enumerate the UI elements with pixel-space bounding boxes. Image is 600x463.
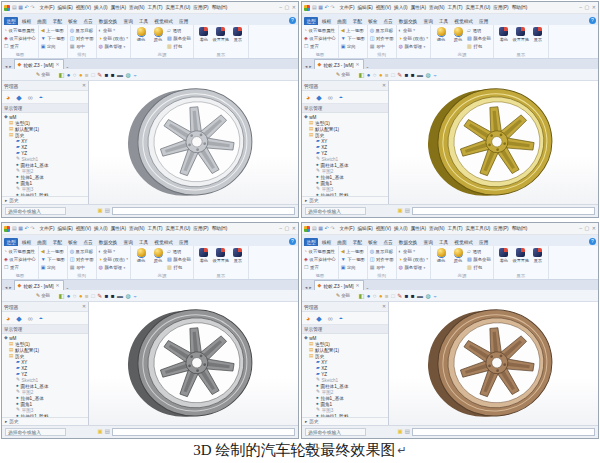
qat-icon[interactable] (12, 226, 17, 231)
ribbon-item[interactable]: 透明 (467, 27, 491, 34)
qat-icon[interactable] (330, 5, 334, 10)
status-icon[interactable] (398, 429, 403, 435)
ribbon-large-item[interactable]: 显示 (530, 247, 546, 272)
ribbon-item[interactable]: 下一视图 (41, 35, 65, 42)
view-toolbar-icon[interactable] (397, 72, 402, 78)
ribbon-item[interactable]: 打包 (467, 264, 491, 271)
ribbon-tab[interactable]: 装配 (350, 238, 364, 246)
manager-tab-icon[interactable] (306, 94, 310, 101)
manager-tab-icon[interactable] (328, 94, 333, 101)
panel-bottom-item[interactable]: ▸ 历史 (302, 196, 388, 204)
menu-item[interactable]: 工具(T) (447, 5, 462, 10)
panel-close-icon[interactable]: ✕ (82, 83, 86, 88)
view-toolbar-icon[interactable] (133, 72, 137, 78)
ribbon-item[interactable]: 居中 (370, 264, 394, 271)
ribbon-tab[interactable]: 数据交换 (396, 238, 420, 246)
ribbon-tab[interactable]: 点云 (81, 238, 95, 246)
menu-item[interactable]: 属性(A) (111, 5, 126, 10)
menu-item[interactable]: 应用(P) (193, 226, 208, 231)
ribbon-item[interactable]: 上一视图 (341, 27, 365, 34)
ribbon-item[interactable]: 设置视图属性 (304, 248, 336, 255)
menu-item[interactable]: 工具(T) (147, 5, 162, 10)
ribbon-tab[interactable]: 点云 (81, 17, 95, 25)
ribbon-item[interactable]: 透明 (467, 248, 491, 255)
ribbon-large-item[interactable]: 调色 (433, 247, 449, 272)
menu-item[interactable]: 文件(F) (39, 5, 54, 10)
ribbon-tab[interactable]: 装配 (350, 17, 364, 25)
view-toolbar-icon[interactable] (358, 72, 364, 78)
window-control-icon[interactable]: ✕ (292, 5, 296, 10)
view-toolbar-icon[interactable] (411, 72, 415, 78)
help-button[interactable]: ? (589, 17, 596, 24)
ribbon-large-item[interactable]: 设置置换 (513, 247, 529, 272)
status-icon[interactable] (98, 208, 103, 214)
ribbon-tab[interactable]: 工具 (136, 238, 150, 246)
ribbon-tab[interactable]: 应用 (177, 17, 191, 25)
menu-item[interactable]: 查询(N) (429, 226, 445, 231)
view-toolbar-icon[interactable] (426, 293, 431, 299)
command-input[interactable] (412, 428, 595, 436)
ribbon-tab[interactable]: 查询 (121, 17, 135, 25)
qat-icon[interactable] (312, 5, 317, 10)
menu-item[interactable]: 帮助(H) (512, 5, 528, 10)
manager-tab-icon[interactable] (316, 94, 321, 101)
document-tab[interactable]: 轮毂.Z3 - [wM] ✕ (14, 280, 64, 290)
manager-tab-icon[interactable] (316, 315, 321, 322)
view-toolbar-icon[interactable] (91, 293, 95, 299)
view-toolbar-icon[interactable] (379, 293, 383, 299)
qat-icon[interactable] (24, 5, 28, 10)
view-toolbar-icon[interactable] (433, 72, 437, 78)
ribbon-item[interactable]: 颜色管理▾ (99, 43, 129, 50)
menu-item[interactable]: 编辑(E) (357, 5, 372, 10)
ribbon-item[interactable]: 显示目标 (370, 27, 394, 34)
ribbon-item[interactable]: 下一视图 (341, 256, 365, 263)
document-tab[interactable]: 轮毂.Z3 - [wM] ✕ (14, 59, 64, 69)
ribbon-item[interactable]: 全部 (双击)▾ (99, 256, 129, 263)
ribbon-tab[interactable]: 点云 (381, 238, 395, 246)
manager-tab-icon[interactable] (28, 94, 33, 101)
ribbon-tab[interactable]: 视觉样式 (452, 17, 476, 25)
ribbon-tab[interactable]: 装配 (50, 238, 64, 246)
view-toolbar-icon[interactable] (67, 72, 71, 78)
view-toolbar-icon[interactable] (58, 72, 64, 78)
ribbon-item[interactable]: 重置 (304, 43, 336, 50)
view-toolbar-icon[interactable] (379, 72, 383, 78)
menu-item[interactable]: 帮助(H) (212, 226, 228, 231)
window-control-icon[interactable]: ▢ (285, 5, 290, 10)
ribbon-tab[interactable]: 工具 (436, 238, 450, 246)
view-toolbar-icon[interactable] (411, 293, 415, 299)
view-toolbar-icon[interactable] (385, 293, 389, 299)
qat-icon[interactable] (330, 226, 334, 231)
ribbon-item[interactable]: 全部 (双击)▾ (99, 35, 129, 42)
qat-icon[interactable] (18, 5, 23, 10)
panel-close-icon[interactable]: ✕ (382, 83, 386, 88)
status-icon[interactable] (105, 208, 110, 214)
ribbon-tab[interactable]: 工具 (436, 17, 450, 25)
manager-tab-icon[interactable] (16, 94, 21, 101)
ribbon-tab[interactable]: 点云 (381, 17, 395, 25)
ribbon-tab[interactable]: 视觉样式 (152, 238, 176, 246)
view-toolbar-icon[interactable] (105, 293, 109, 299)
qat-icon[interactable] (30, 5, 34, 10)
view-toolbar-icon[interactable] (117, 72, 123, 78)
menu-item[interactable]: 属性(A) (111, 226, 126, 231)
qat-icon[interactable] (30, 226, 34, 231)
ribbon-item[interactable]: 全部 (双击)▾ (399, 256, 429, 263)
ribbon-item[interactable]: 居中 (70, 264, 94, 271)
menu-item[interactable]: 实用工具(U) (466, 5, 491, 10)
ribbon-tab[interactable]: 数据交换 (396, 17, 420, 25)
status-icon[interactable] (398, 208, 403, 214)
ribbon-tab[interactable]: 线框 (319, 238, 333, 246)
ribbon-item[interactable]: 显示目标 (370, 248, 394, 255)
ribbon-large-item[interactable]: 着色 (496, 26, 512, 51)
ribbon-item[interactable]: 定向 (341, 43, 365, 50)
ribbon-tab[interactable]: 曲面 (335, 238, 349, 246)
help-button[interactable]: ? (289, 17, 296, 24)
panel-close-icon[interactable]: ✕ (382, 304, 386, 309)
ribbon-item[interactable]: 下一视图 (341, 35, 365, 42)
view-toolbar-icon[interactable] (367, 72, 371, 78)
window-control-icon[interactable]: ✕ (592, 226, 596, 231)
view-toolbar-icon[interactable] (391, 293, 395, 299)
qat-icon[interactable] (318, 5, 323, 10)
window-control-icon[interactable]: ▢ (585, 226, 590, 231)
